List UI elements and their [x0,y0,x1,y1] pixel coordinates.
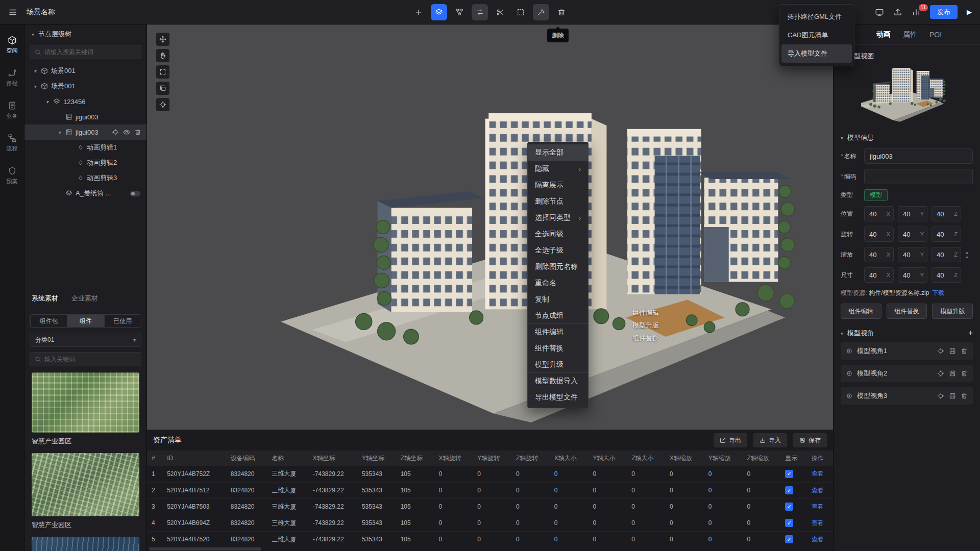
model-name-input[interactable] [864,148,973,164]
material-card[interactable]: 智慧产业园区 [32,453,139,530]
model-action-button[interactable]: 模型升版 [932,304,973,319]
dropdown-menu-item[interactable]: 导入模型文件 [781,44,852,63]
material-card[interactable]: 智慧产业园区 [32,372,139,446]
scrollbar-handle[interactable] [149,547,261,550]
table-row[interactable]: 1 520YJA4B752Z 8324820 三维大厦 -743829.22 5… [147,466,833,482]
tree-row[interactable]: ▾ 场景001 [24,79,146,94]
tree-search-input[interactable] [44,48,137,56]
segment-option[interactable]: 组件包 [30,315,67,327]
z-value-input[interactable]: 40Z [932,206,961,221]
expand-arrow-icon[interactable]: ▾ [34,84,41,89]
tree-row[interactable]: ▾ 场景001 [24,63,146,79]
context-menu-item[interactable]: 全选同级 [528,226,588,242]
x-value-input[interactable]: 40X [864,227,894,242]
right-panel-tab[interactable]: 动画 [876,30,891,39]
view-trash-icon[interactable] [961,370,968,377]
model-view-item[interactable]: 模型视角1 [841,342,973,360]
tree-panel-header[interactable]: ▾ 节点层级树 [24,24,146,44]
tree-row[interactable]: 动画剪辑3 [24,170,146,186]
section-model-views[interactable]: ▾ 模型视角 + [834,322,980,341]
model-code-input[interactable] [864,169,973,184]
section-model-info[interactable]: ▾ 模型信息 [834,127,980,146]
row-visible-checkbox[interactable] [785,535,793,543]
section-model-view[interactable]: ▾ 模型视图 [834,45,980,64]
context-menu-item[interactable]: 节点成组 [528,308,588,324]
download-link[interactable]: 下载 [932,289,944,296]
rail-item-business[interactable]: 业务 [0,94,24,127]
table-row[interactable]: 5 520YJA4B7520 8324820 三维大厦 -743829.22 5… [147,531,833,547]
publish-button[interactable]: 发布 [930,5,958,19]
model-view-item[interactable]: 模型视角3 [841,387,973,405]
view-save-icon[interactable] [949,392,956,399]
x-value-input[interactable]: 40X [864,267,894,283]
tree-row[interactable]: 动画剪辑1 [24,140,146,155]
context-menu-item[interactable]: 导出模型文件 [528,389,588,406]
expand-arrow-icon[interactable]: ▾ [46,99,53,105]
tree-row[interactable]: jigui003 [24,109,146,124]
context-menu-item[interactable]: 删除图元名称 [528,259,588,275]
model-view-item[interactable]: 模型视角2 [841,365,973,382]
segment-option[interactable]: 已使用 [104,315,141,327]
context-menu-item[interactable]: 隐藏 › [528,161,588,177]
horizontal-scrollbar[interactable] [147,547,833,551]
dropdown-menu-item[interactable]: 拓扑路径GML文件 [781,8,852,26]
model-action-button[interactable]: 组件替换 [887,304,927,319]
right-panel-tab[interactable]: POI [929,31,942,39]
material-tab[interactable]: 系统素材 [32,294,58,303]
y-value-input[interactable]: 40Y [898,227,927,242]
keyword-search-input[interactable] [44,356,137,363]
view-trash-icon[interactable] [961,347,968,355]
material-tab[interactable]: 企业素材 [71,294,98,303]
hamburger-menu-button[interactable] [8,8,17,17]
row-visible-checkbox[interactable] [785,486,793,494]
trash-icon[interactable] [134,129,141,136]
play-button[interactable]: ▶ [967,8,972,16]
row-visible-checkbox[interactable] [785,470,793,478]
row-view-link[interactable]: 查看 [812,470,824,477]
magic-wand-button[interactable] [533,4,549,20]
right-panel-tab[interactable]: 属性 [903,30,917,39]
eye-icon[interactable] [123,129,130,136]
z-value-input[interactable]: 40Z [932,227,961,242]
tree-row[interactable]: A_卷纸筒 ... [24,186,146,201]
view-locate-icon[interactable] [937,370,944,377]
x-value-input[interactable]: 40X [864,247,894,262]
rail-item-plan[interactable]: 预案 [0,159,24,192]
table-row[interactable]: 2 520YJA4B7512 8324820 三维大厦 -743829.22 5… [147,482,833,498]
copy-tool-button[interactable] [156,82,169,95]
add-node-button[interactable] [410,4,427,20]
add-view-button[interactable]: + [968,329,973,337]
view-save-icon[interactable] [949,347,956,355]
context-menu-item[interactable]: 组件替换 [528,340,588,357]
rail-item-space[interactable]: 空间 [0,29,24,61]
cut-tool-button[interactable] [492,4,508,20]
dropdown-menu-item[interactable]: CAD图元清单 [781,26,852,44]
material-card[interactable] [32,537,139,551]
segment-option[interactable]: 组件 [67,315,104,327]
view-locate-icon[interactable] [937,392,944,399]
tree-row[interactable]: 动画剪辑2 [24,155,146,170]
visibility-toggle[interactable] [130,191,140,196]
nodes-tool-button[interactable] [451,4,468,20]
pan-hand-button[interactable] [156,49,169,62]
move-tool-button[interactable] [156,33,169,46]
layers-tool-button[interactable] [431,4,447,20]
model-action-button[interactable]: 组件编辑 [841,304,881,319]
marquee-select-button[interactable] [512,4,529,20]
value-stepper[interactable]: ▲▼ [965,251,969,259]
delete-button[interactable] [553,4,570,20]
context-menu-item[interactable]: 模型升级 [528,357,588,373]
table-row[interactable]: 4 520YJA4B694Z 8324820 三维大厦 -743829.22 5… [147,515,833,531]
share-icon[interactable] [893,8,902,17]
table-row[interactable]: 3 520YJA4B7503 8324820 三维大厦 -743829.22 5… [147,498,833,515]
save-button[interactable]: 保存 [793,433,827,447]
view-trash-icon[interactable] [961,392,968,399]
row-visible-checkbox[interactable] [785,519,793,527]
locate-tool-button[interactable] [156,98,169,111]
context-menu-item[interactable]: 全选子级 [528,242,588,259]
row-visible-checkbox[interactable] [785,503,793,511]
expand-arrow-icon[interactable]: ▾ [58,130,65,135]
context-menu-item[interactable]: 模型数据导入 [528,373,588,389]
monitor-icon[interactable] [875,8,884,17]
row-view-link[interactable]: 查看 [812,536,824,543]
